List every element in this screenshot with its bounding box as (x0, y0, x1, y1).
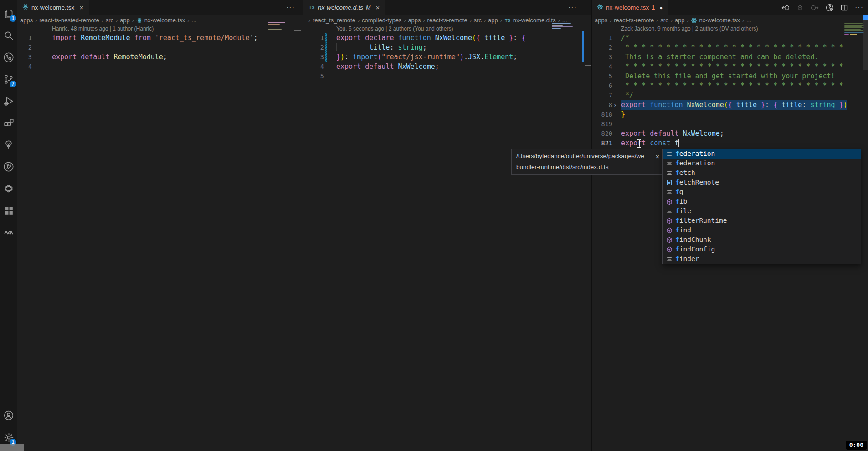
suggest-item-finder[interactable]: finder (663, 254, 861, 264)
breadcrumb-item[interactable]: apps (408, 17, 421, 24)
line-number[interactable]: 2 (303, 43, 324, 52)
line-number[interactable]: 2 (592, 43, 612, 52)
code-line[interactable]: 820export default NxWelcome; (592, 129, 868, 138)
code-line[interactable]: 3 This is a starter component and can be… (592, 52, 868, 62)
search-icon[interactable] (0, 25, 17, 46)
code-line[interactable]: 1import RemoteModule from 'react_ts_remo… (17, 33, 303, 43)
squiggle-extension-icon[interactable] (0, 221, 17, 243)
more-actions-icon[interactable]: ··· (855, 4, 863, 12)
line-number[interactable]: 2 (17, 43, 32, 52)
suggest-item-fib[interactable]: fib (663, 197, 861, 206)
split-editor-icon[interactable] (841, 4, 848, 11)
code-line[interactable]: 8›export function NxWelcome({ title }: {… (592, 100, 868, 110)
code-line[interactable]: 1/* (592, 33, 868, 43)
line-number[interactable]: 5 (592, 72, 612, 81)
breadcrumb-item[interactable]: apps (20, 17, 33, 24)
git-graph-icon[interactable] (0, 156, 17, 178)
suggest-item-file[interactable]: file (663, 206, 861, 216)
suggest-item-filterRuntime[interactable]: filterRuntime (663, 216, 861, 226)
breadcrumb-item[interactable]: src (474, 17, 482, 24)
breadcrumb-item[interactable]: app (675, 17, 685, 24)
breadcrumb-item[interactable]: src (660, 17, 668, 24)
suggest-item-findChunk[interactable]: findChunk (663, 235, 861, 245)
git-blame-lens[interactable]: Zack Jackson, 9 months ago | 2 authors (… (592, 26, 868, 33)
suggest-item-fetch[interactable]: fetch (663, 168, 861, 178)
suggest-item-federation[interactable]: federation (663, 149, 861, 159)
breadcrumb-item[interactable]: app (488, 17, 498, 24)
breadcrumb-item[interactable]: react-ts-remote (614, 17, 654, 24)
line-number[interactable]: 1 (592, 33, 612, 43)
code-line[interactable]: 6 * * * * * * * * * * * * * * * * * * * … (592, 81, 868, 91)
next-change-icon[interactable] (811, 4, 819, 11)
commit-graph-icon[interactable] (0, 46, 17, 68)
minimap[interactable] (268, 22, 295, 34)
line-number[interactable]: 7 (592, 91, 612, 100)
run-debug-icon[interactable] (0, 90, 17, 112)
code-editor[interactable]: 1/*2 * * * * * * * * * * * * * * * * * *… (592, 33, 868, 148)
extensions-icon[interactable] (0, 112, 17, 134)
scrollbar[interactable] (863, 15, 868, 451)
line-number[interactable]: 821 (592, 138, 612, 148)
grid-extension-icon[interactable] (0, 200, 17, 221)
breadcrumb-item[interactable]: nx-welcome.tsx (691, 17, 740, 24)
code-editor[interactable]: 1export declare function NxWelcome({ tit… (303, 33, 591, 81)
git-modified-gutter-mark[interactable] (325, 33, 327, 43)
code-line[interactable]: 4export default NxWelcome; (303, 62, 591, 72)
line-number[interactable]: 1 (17, 33, 32, 43)
commit-graph-icon[interactable] (826, 4, 834, 12)
line-number[interactable]: 4 (303, 62, 324, 72)
breadcrumb-item[interactable]: ... (191, 17, 196, 24)
close-tab-icon[interactable]: × (79, 4, 84, 11)
breadcrumb-item[interactable]: src (106, 17, 113, 24)
code-line[interactable]: 1export declare function NxWelcome({ tit… (303, 33, 591, 43)
code-line[interactable]: 7 */ (592, 91, 868, 100)
breadcrumb-item[interactable]: TSnx-welcome.d.ts (504, 17, 556, 24)
close-tooltip-icon[interactable]: × (656, 151, 659, 162)
line-number[interactable]: 4 (592, 62, 612, 72)
code-line[interactable]: 819 (592, 119, 868, 129)
line-number[interactable]: 8 (592, 100, 612, 110)
line-number[interactable]: 820 (592, 129, 612, 138)
minimap[interactable] (552, 23, 579, 32)
code-line[interactable]: 5 Delete this file and get started with … (592, 72, 868, 81)
line-number[interactable]: 4 (17, 62, 32, 72)
code-line[interactable]: 818} (592, 110, 868, 119)
breadcrumb-item[interactable]: app (120, 17, 130, 24)
code-line[interactable]: 4 * * * * * * * * * * * * * * * * * * * … (592, 62, 868, 72)
code-line[interactable]: 2 title: string; (303, 43, 591, 52)
explorer-icon[interactable]: 1 (0, 3, 17, 25)
breadcrumb-item[interactable]: apps (595, 17, 607, 24)
nx-console-icon[interactable] (0, 178, 17, 200)
git-modified-gutter-mark[interactable] (325, 52, 327, 62)
line-number[interactable]: 3 (17, 52, 32, 62)
tree-extension-icon[interactable] (0, 134, 17, 156)
accounts-icon[interactable] (0, 405, 17, 426)
line-number[interactable]: 818 (592, 110, 612, 119)
suggest-item-fetchRemote[interactable]: fetchRemote (663, 178, 861, 187)
code-line[interactable]: 3}): import("react/jsx-runtime").JSX.Ele… (303, 52, 591, 62)
unsaved-dot-icon[interactable]: ● (659, 5, 663, 10)
line-number[interactable]: 3 (592, 52, 612, 62)
git-modified-gutter-mark[interactable] (325, 43, 327, 52)
suggest-item-findConfig[interactable]: findConfig (663, 245, 861, 254)
fold-chevron-icon[interactable]: › (613, 100, 620, 110)
breadcrumb-item[interactable]: nx-welcome.tsx (136, 17, 185, 24)
close-tab-icon[interactable]: × (375, 4, 380, 11)
suggest-item-fg[interactable]: fg (663, 187, 861, 197)
code-line[interactable]: 5 (303, 72, 591, 81)
line-number[interactable]: 5 (303, 72, 324, 81)
source-control-icon[interactable]: 7 (0, 68, 17, 90)
line-number[interactable]: 3 (303, 52, 324, 62)
prev-change-icon[interactable] (781, 4, 790, 11)
breadcrumb-item[interactable]: react-ts-nested-remote (39, 17, 99, 24)
current-change-icon[interactable] (796, 4, 804, 11)
code-editor[interactable]: 1import RemoteModule from 'react_ts_remo… (17, 33, 303, 72)
suggest-item-federation[interactable]: federation (663, 159, 861, 168)
breadcrumb-item[interactable]: ... (746, 17, 751, 24)
git-blame-lens[interactable]: You, 5 seconds ago | 2 authors (You and … (303, 26, 591, 33)
code-line[interactable]: 3export default RemoteModule; (17, 52, 303, 62)
tab-nx-welcome-tsx-right[interactable]: nx-welcome.tsx 1 ● (592, 0, 668, 15)
code-line[interactable]: 4 (17, 62, 303, 72)
breadcrumb-item[interactable]: react-ts-remote (427, 17, 467, 24)
editor-more-actions[interactable]: ··· (568, 0, 577, 15)
